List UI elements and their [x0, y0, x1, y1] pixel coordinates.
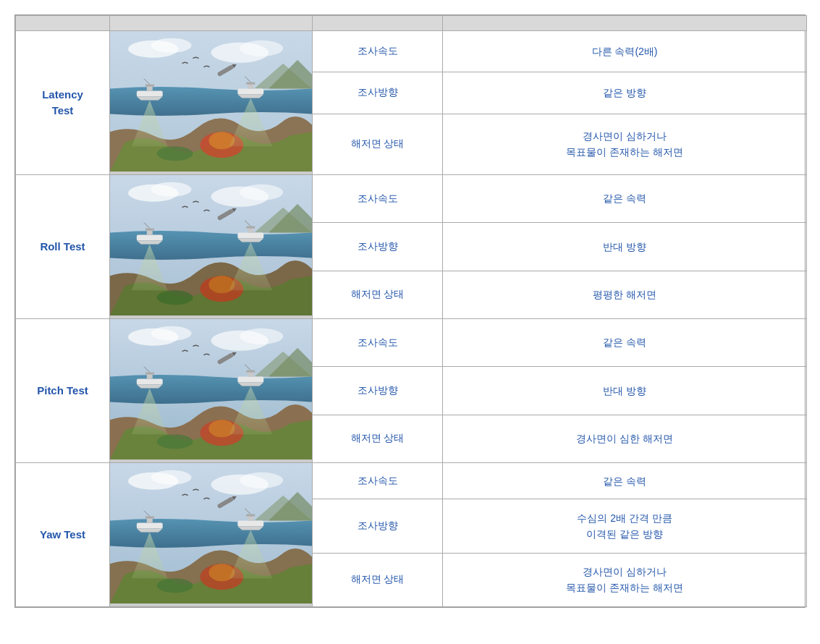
- svg-rect-15: [237, 89, 263, 95]
- svg-rect-34: [137, 235, 163, 241]
- value-cell-1-1: 반대 방향: [443, 223, 807, 271]
- svg-rect-37: [145, 229, 154, 231]
- svg-point-28: [240, 185, 283, 200]
- image-cell-0: [110, 31, 313, 175]
- svg-marker-64: [237, 383, 263, 386]
- label-cell-0-1: 조사방향: [313, 72, 443, 114]
- svg-point-33: [157, 290, 193, 305]
- value-cell-0-2: 경사면이 심하거나 목표물이 존재하는 해저면: [443, 114, 807, 174]
- svg-rect-12: [147, 86, 153, 91]
- label-cell-3-1: 조사방향: [313, 499, 443, 553]
- test-name-3: Yaw Test: [40, 528, 85, 541]
- svg-marker-11: [137, 97, 163, 101]
- svg-rect-60: [147, 374, 153, 379]
- svg-rect-66: [246, 370, 255, 373]
- svg-point-52: [240, 329, 283, 344]
- svg-rect-84: [147, 518, 153, 523]
- svg-rect-89: [248, 516, 253, 521]
- value-cell-2-1: 반대 방향: [443, 367, 807, 415]
- svg-rect-90: [246, 514, 255, 517]
- svg-rect-36: [147, 230, 153, 235]
- value-cell-2-2: 경사면이 심한 해저면: [443, 415, 807, 462]
- gubun-cell-0: Latency Test: [16, 31, 110, 175]
- label-cell-2-1: 조사방향: [313, 367, 443, 415]
- svg-rect-87: [237, 521, 263, 527]
- svg-rect-42: [246, 226, 255, 229]
- svg-marker-88: [237, 527, 263, 530]
- svg-point-50: [151, 326, 192, 341]
- svg-rect-39: [237, 233, 263, 239]
- svg-point-26: [151, 182, 192, 197]
- svg-rect-10: [137, 91, 163, 97]
- svg-point-74: [151, 470, 192, 485]
- value-cell-0-0: 다른 속력(2배): [443, 31, 807, 72]
- svg-point-32: [209, 276, 235, 293]
- svg-rect-58: [137, 379, 163, 385]
- label-cell-3-0: 조사속도: [313, 463, 443, 499]
- label-cell-1-0: 조사속도: [313, 175, 443, 223]
- svg-marker-16: [237, 95, 263, 98]
- label-cell-2-0: 조사속도: [313, 319, 443, 367]
- svg-point-80: [209, 564, 235, 581]
- test-name-2: Pitch Test: [37, 384, 88, 397]
- label-cell-2-2: 해저면 상태: [313, 415, 443, 462]
- gubun-cell-2: Pitch Test: [16, 319, 110, 463]
- svg-rect-61: [145, 373, 154, 375]
- svg-marker-40: [237, 239, 263, 242]
- test-name-1: Roll Test: [40, 240, 85, 253]
- label-cell-3-2: 해저면 상태: [313, 553, 443, 606]
- svg-rect-41: [248, 228, 253, 233]
- value-cell-1-0: 같은 속력: [443, 175, 807, 223]
- header-gubun: [16, 16, 110, 31]
- image-cell-1: [110, 175, 313, 319]
- svg-rect-17: [248, 84, 253, 89]
- svg-rect-63: [237, 377, 263, 383]
- svg-rect-85: [145, 517, 154, 519]
- value-cell-3-1: 수심의 2배 간격 만큼 이격된 같은 방향: [443, 499, 807, 553]
- svg-marker-35: [137, 241, 163, 245]
- value-cell-1-2: 평평한 해저면: [443, 271, 807, 318]
- svg-point-56: [209, 420, 235, 437]
- svg-point-2: [151, 38, 192, 53]
- svg-point-81: [157, 578, 193, 593]
- header-patch-value: [443, 16, 807, 31]
- image-cell-2: [110, 319, 313, 463]
- svg-point-76: [240, 473, 283, 488]
- label-cell-0-2: 해저면 상태: [313, 114, 443, 174]
- value-cell-3-0: 같은 속력: [443, 463, 807, 499]
- svg-rect-13: [145, 85, 154, 87]
- test-name-0: Latency Test: [42, 88, 83, 117]
- gubun-cell-3: Yaw Test: [16, 463, 110, 607]
- value-cell-0-1: 같은 방향: [443, 72, 807, 114]
- header-mosikdo: [110, 16, 313, 31]
- main-table: Latency Test: [14, 14, 806, 608]
- label-cell-1-1: 조사방향: [313, 223, 443, 271]
- image-cell-3: [110, 463, 313, 607]
- value-cell-3-2: 경사면이 심하거나 목표물이 존재하는 해저면: [443, 553, 807, 606]
- label-cell-0-0: 조사속도: [313, 31, 443, 72]
- svg-point-8: [209, 132, 235, 149]
- svg-rect-82: [137, 523, 163, 529]
- header-patch: [313, 16, 443, 31]
- svg-point-4: [240, 41, 283, 56]
- value-cell-2-0: 같은 속력: [443, 319, 807, 367]
- svg-point-57: [157, 434, 193, 449]
- svg-marker-83: [137, 529, 163, 533]
- svg-rect-18: [246, 82, 255, 85]
- label-cell-1-2: 해저면 상태: [313, 271, 443, 318]
- svg-marker-59: [137, 385, 163, 389]
- svg-rect-65: [248, 372, 253, 377]
- svg-point-9: [157, 146, 193, 161]
- gubun-cell-1: Roll Test: [16, 175, 110, 319]
